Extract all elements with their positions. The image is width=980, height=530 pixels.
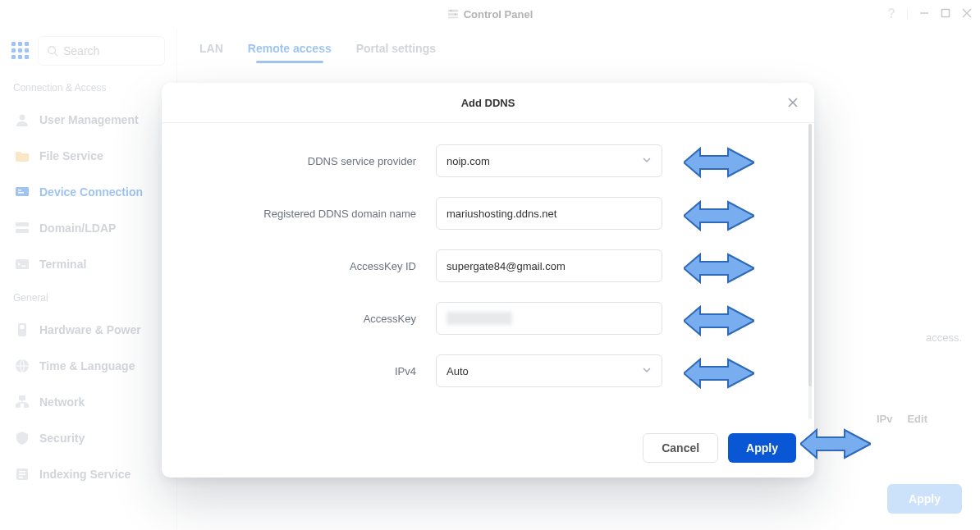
svg-rect-22: [19, 395, 25, 400]
indexing-icon: [15, 467, 30, 482]
svg-rect-6: [942, 9, 950, 16]
domain-icon: [15, 221, 30, 235]
svg-point-3: [450, 10, 451, 11]
svg-rect-20: [21, 325, 25, 329]
modal-header: Add DDNS: [162, 83, 814, 123]
svg-point-11: [20, 115, 25, 121]
accesskey-id-field[interactable]: [446, 260, 652, 272]
window-titlebar: Control Panel ?: [0, 0, 980, 28]
sidebar-item-label: File Service: [39, 149, 103, 162]
sidebar-item-device-connection[interactable]: Device Connection: [11, 174, 165, 210]
svg-rect-15: [16, 222, 29, 226]
svg-rect-16: [16, 229, 29, 233]
select-ddns-provider[interactable]: noip.com: [436, 144, 662, 177]
close-button[interactable]: [962, 8, 972, 21]
search-placeholder: Search: [63, 44, 99, 57]
sidebar-item-label: Domain/LDAP: [39, 222, 116, 235]
sidebar-item-time-language[interactable]: Time & Language: [11, 348, 165, 384]
svg-rect-23: [16, 404, 21, 408]
sidebar-item-domain-ldap[interactable]: Domain/LDAP: [11, 210, 165, 246]
tab-lan[interactable]: LAN: [199, 42, 223, 58]
tab-remote-access[interactable]: Remote access: [248, 42, 332, 58]
device-icon: [15, 185, 30, 199]
svg-rect-2: [448, 17, 458, 19]
modal-title: Add DDNS: [461, 97, 515, 109]
sidebar-item-network[interactable]: Network: [11, 384, 165, 420]
hardware-icon: [15, 322, 30, 337]
sidebar-item-indexing-service[interactable]: Indexing Service: [11, 456, 165, 492]
sidebar-item-hardware-power[interactable]: Hardware & Power: [11, 312, 165, 348]
select-ipv4[interactable]: Auto: [436, 354, 662, 387]
page-apply-button[interactable]: Apply: [887, 484, 962, 514]
modal-body: DDNS service provider noip.com Registere…: [162, 123, 814, 418]
network-icon: [15, 395, 30, 409]
sidebar-item-label: User Management: [39, 113, 139, 126]
sidebar-item-file-service[interactable]: File Service: [11, 138, 165, 174]
modal-footer: Cancel Apply: [162, 418, 814, 477]
shield-icon: [15, 431, 30, 445]
label-ddns-provider: DDNS service provider: [162, 155, 436, 167]
svg-rect-27: [19, 474, 25, 476]
sidebar-item-label: Security: [39, 432, 85, 445]
apps-icon[interactable]: [11, 42, 30, 60]
label-accesskey: AccessKey: [162, 313, 436, 325]
input-ddns-domain[interactable]: [436, 197, 662, 230]
window-title: Control Panel: [464, 8, 534, 21]
search-input[interactable]: Search: [38, 36, 165, 66]
tab-portal-settings[interactable]: Portal settings: [356, 42, 436, 58]
svg-rect-28: [19, 477, 23, 478]
svg-rect-24: [24, 404, 29, 408]
input-accesskey[interactable]: [436, 302, 662, 335]
bg-table-header: IPv Edit: [877, 413, 927, 425]
help-icon[interactable]: ?: [887, 7, 895, 21]
chevron-down-icon: [642, 155, 652, 167]
col-edit: Edit: [907, 413, 927, 425]
sidebar: Search Connection & Access User Manageme…: [0, 28, 176, 530]
control-panel-icon: [447, 8, 459, 20]
svg-rect-18: [21, 266, 25, 267]
sidebar-item-user-management[interactable]: User Management: [11, 102, 165, 138]
cancel-button[interactable]: Cancel: [643, 433, 718, 463]
svg-point-4: [454, 13, 456, 15]
sidebar-item-label: Indexing Service: [39, 468, 131, 481]
chevron-down-icon: [642, 365, 652, 377]
svg-rect-14: [18, 192, 24, 194]
svg-rect-1: [448, 13, 458, 16]
globe-icon: [15, 359, 30, 373]
sidebar-item-terminal[interactable]: Terminal: [11, 246, 165, 282]
accesskey-hidden-value: [446, 312, 512, 325]
svg-line-10: [55, 53, 58, 57]
label-ddns-domain: Registered DDNS domain name: [162, 208, 436, 220]
apply-button[interactable]: Apply: [728, 433, 796, 463]
col-ipv: IPv: [877, 413, 893, 425]
minimize-button[interactable]: [919, 8, 929, 21]
svg-rect-17: [16, 259, 29, 269]
modal-close-button[interactable]: [785, 94, 801, 111]
svg-rect-0: [448, 10, 458, 12]
maximize-button[interactable]: [941, 8, 950, 21]
svg-point-9: [48, 47, 56, 54]
sidebar-item-label: Hardware & Power: [39, 323, 141, 336]
svg-rect-12: [16, 187, 29, 196]
sidebar-item-label: Terminal: [39, 258, 86, 271]
modal-scrollbar[interactable]: [808, 124, 812, 419]
sidebar-item-label: Device Connection: [39, 185, 143, 199]
window-controls: ?: [887, 0, 972, 28]
sidebar-item-label: Time & Language: [39, 359, 135, 372]
bg-text-access: access.: [926, 331, 962, 344]
label-ipv4: IPv4: [162, 365, 436, 377]
divider: [907, 8, 908, 20]
sidebar-section-general: General: [13, 292, 165, 304]
close-icon: [787, 97, 799, 108]
input-accesskey-id[interactable]: [436, 249, 662, 282]
sidebar-section-connection: Connection & Access: [13, 82, 165, 94]
tabs: LAN Remote access Portal settings: [176, 28, 980, 72]
select-value: Auto: [446, 365, 469, 377]
user-icon: [15, 112, 30, 127]
ddns-domain-field[interactable]: [446, 208, 652, 220]
add-ddns-modal: Add DDNS DDNS service provider noip.com …: [162, 83, 814, 477]
svg-rect-26: [19, 471, 25, 473]
label-accesskey-id: AccessKey ID: [162, 260, 436, 272]
search-icon: [47, 45, 58, 57]
sidebar-item-security[interactable]: Security: [11, 420, 165, 456]
